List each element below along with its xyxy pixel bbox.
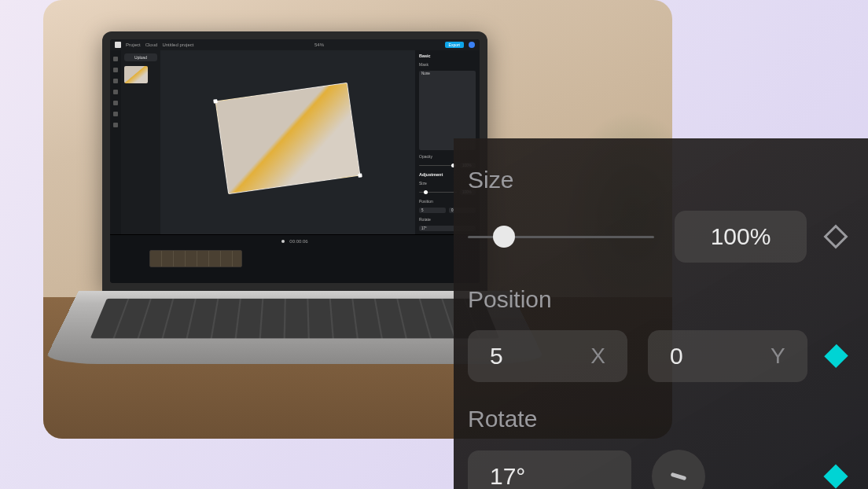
preview-canvas[interactable] (160, 50, 415, 234)
export-button[interactable]: Export (445, 42, 464, 48)
position-x-mini[interactable]: 5 (419, 208, 446, 213)
position-x-value: 5 (490, 343, 503, 370)
upload-button[interactable]: Upload (124, 53, 157, 61)
media-nav-icon[interactable] (113, 57, 118, 61)
laptop-keys (90, 299, 500, 339)
user-avatar-icon[interactable] (469, 42, 475, 48)
rotate-value-field[interactable]: 17° (468, 450, 631, 489)
left-toolbar (110, 50, 121, 234)
media-panel: Upload (121, 50, 160, 234)
mask-label: Mask (419, 62, 476, 67)
position-x-suffix: X (590, 344, 605, 369)
video-editor-app: Project Cloud Untitled project 54% Expor… (110, 39, 480, 283)
filters-nav-icon[interactable] (113, 123, 118, 127)
cloud-tab[interactable]: Cloud (145, 42, 158, 47)
size-value: 100% (711, 223, 771, 250)
canvas-scale[interactable]: 54% (314, 42, 324, 47)
size-slider-mini[interactable] (419, 192, 457, 193)
rotate-dial[interactable] (652, 450, 705, 489)
position-keyframe-icon[interactable] (824, 344, 848, 369)
rotate-label: Rotate (468, 406, 844, 432)
position-y-field[interactable]: 0 Y (648, 330, 807, 382)
timeline-timecode: 00:00:06 (289, 239, 307, 244)
editor-topbar: Project Cloud Untitled project 54% Expor… (110, 39, 480, 50)
canvas-selected-clip[interactable] (215, 83, 360, 194)
size-value-field[interactable]: 100% (675, 211, 807, 263)
size-slider-thumb-icon[interactable] (493, 226, 515, 248)
timeline-controls: 00:00:06 (110, 235, 480, 248)
size-label: Size (468, 167, 844, 193)
laptop-bezel: Project Cloud Untitled project 54% Expor… (102, 31, 487, 291)
position-y-value: 0 (670, 343, 683, 370)
app-logo-icon[interactable] (115, 42, 121, 48)
timeline[interactable]: 00:00:06 (110, 234, 480, 283)
effects-nav-icon[interactable] (113, 101, 118, 105)
position-x-field[interactable]: 5 X (468, 330, 627, 382)
rotate-value: 17° (490, 463, 525, 489)
text-nav-icon[interactable] (113, 79, 118, 83)
size-keyframe-icon[interactable] (823, 224, 848, 248)
position-label: Position (468, 286, 844, 313)
position-y-suffix: Y (771, 344, 785, 369)
basic-tab[interactable]: Basic (419, 53, 476, 58)
captions-nav-icon[interactable] (113, 90, 118, 94)
timeline-clip[interactable] (149, 250, 242, 267)
laptop-screen: Project Cloud Untitled project 54% Expor… (110, 39, 480, 283)
audio-nav-icon[interactable] (113, 68, 118, 72)
opacity-slider[interactable] (419, 165, 457, 167)
adjustment-zoom-overlay: Size 100% Position 5 X 0 Y Rotate 17° (454, 138, 868, 489)
rotate-keyframe-icon[interactable] (823, 464, 848, 488)
project-filename: Untitled project (162, 42, 193, 47)
media-thumbnail[interactable] (124, 66, 148, 83)
size-slider[interactable] (468, 236, 654, 238)
transitions-nav-icon[interactable] (113, 112, 118, 116)
play-button-icon[interactable] (281, 240, 285, 243)
project-tab[interactable]: Project (126, 42, 141, 47)
